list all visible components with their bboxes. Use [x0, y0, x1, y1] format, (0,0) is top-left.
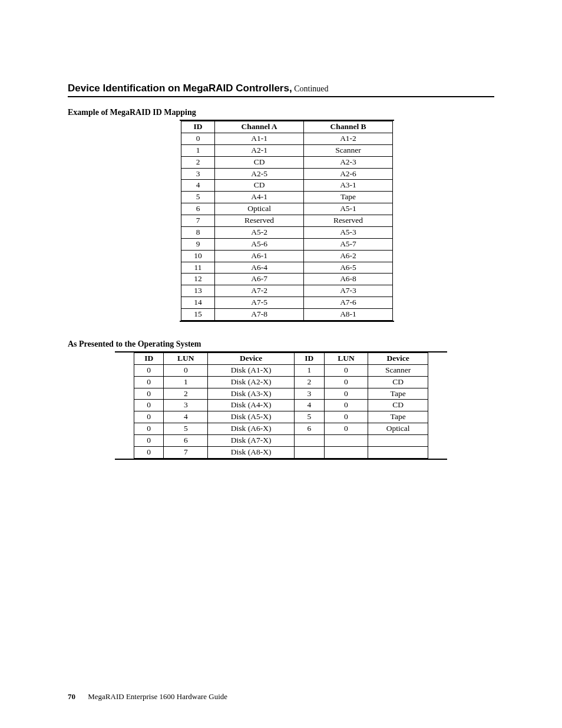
cell-id-l: 0: [134, 423, 164, 435]
cell-ch-a: A4-1: [215, 192, 304, 203]
cell-dev-r: [368, 435, 428, 447]
cell-dev-l: Disk (A1-X): [208, 364, 295, 376]
cell-lun-l: 2: [164, 388, 208, 400]
col-channel-a: Channel A: [215, 121, 304, 133]
cell-dev-l: Disk (A5-X): [208, 411, 295, 423]
cell-ch-b: A5-1: [304, 203, 393, 215]
cell-ch-b: A5-7: [304, 238, 393, 250]
table2-wrap: ID LUN Device ID LUN Device 00Disk (A1-X…: [115, 351, 447, 460]
cell-ch-b: A3-1: [304, 180, 393, 192]
cell-lun-r: 0: [324, 400, 368, 411]
cell-lun-l: 6: [164, 435, 208, 447]
cell-dev-r: Scanner: [368, 364, 428, 376]
cell-ch-a: A1-1: [215, 133, 304, 144]
cell-ch-a: CD: [215, 180, 304, 192]
cell-id-l: 0: [134, 400, 164, 411]
table-row: 14A7-5A7-6: [181, 297, 393, 309]
cell-dev-l: Disk (A2-X): [208, 376, 295, 388]
table-row: 03Disk (A4-X)40CD: [134, 400, 428, 411]
table-row: 4CDA3-1: [181, 180, 393, 192]
cell-dev-r: [368, 446, 428, 458]
cell-id-r: 1: [295, 364, 324, 376]
cell-ch-a: A7-2: [215, 285, 304, 297]
cell-ch-b: Scanner: [304, 144, 393, 156]
table-row: 12A6-7A6-8: [181, 274, 393, 285]
cell-lun-l: 0: [164, 364, 208, 376]
cell-lun-l: 1: [164, 376, 208, 388]
table-row: 8A5-2A5-3: [181, 226, 393, 238]
cell-id-l: 0: [134, 376, 164, 388]
cell-id-r: 2: [295, 376, 324, 388]
page-footer: 70 MegaRAID Enterprise 1600 Hardware Gui…: [68, 692, 227, 701]
table-row: 3A2-5A2-6: [181, 168, 393, 180]
cell-id-r: 3: [295, 388, 324, 400]
cell-id-r: [295, 446, 324, 458]
cell-id-r: 4: [295, 400, 324, 411]
col-id-r: ID: [295, 353, 324, 364]
table-row: 13A7-2A7-3: [181, 285, 393, 297]
cell-lun-r: 0: [324, 388, 368, 400]
cell-ch-a: A7-5: [215, 297, 304, 309]
os-view-table: ID LUN Device ID LUN Device 00Disk (A1-X…: [134, 353, 428, 459]
table-row: 00Disk (A1-X)10Scanner: [134, 364, 428, 376]
title-continued: Continued: [292, 84, 329, 93]
table-row: 01Disk (A2-X)20CD: [134, 376, 428, 388]
cell-ch-a: A6-4: [215, 262, 304, 274]
cell-ch-a: A2-1: [215, 144, 304, 156]
cell-ch-b: A6-8: [304, 274, 393, 285]
cell-lun-r: 0: [324, 364, 368, 376]
cell-lun-r: 0: [324, 376, 368, 388]
title-rule: [68, 96, 494, 97]
table-row: 5A4-1Tape: [181, 192, 393, 203]
table-row: 04Disk (A5-X)50Tape: [134, 411, 428, 423]
cell-id: 1: [181, 144, 215, 156]
col-lun-l: LUN: [164, 353, 208, 364]
title-main: Device Identification on MegaRAID Contro…: [68, 83, 292, 94]
cell-ch-a: A6-7: [215, 274, 304, 285]
cell-ch-b: Reserved: [304, 215, 393, 227]
cell-lun-r: 0: [324, 423, 368, 435]
cell-dev-r: Tape: [368, 388, 428, 400]
col-device-r: Device: [368, 353, 428, 364]
cell-ch-b: A2-3: [304, 156, 393, 168]
table-row: 15A7-8A8-1: [181, 309, 393, 321]
table-row: 2CDA2-3: [181, 156, 393, 168]
cell-lun-l: 3: [164, 400, 208, 411]
table-row: 10A6-1A6-2: [181, 250, 393, 262]
cell-id: 9: [181, 238, 215, 250]
cell-ch-b: Tape: [304, 192, 393, 203]
cell-ch-a: A7-8: [215, 309, 304, 321]
table-row: 0A1-1A1-2: [181, 133, 393, 144]
cell-id: 14: [181, 297, 215, 309]
cell-ch-b: A6-5: [304, 262, 393, 274]
cell-id: 2: [181, 156, 215, 168]
cell-lun-l: 5: [164, 423, 208, 435]
section-os-view: As Presented to the Operating System ID …: [68, 340, 494, 460]
cell-id: 10: [181, 250, 215, 262]
table-header-row: ID LUN Device ID LUN Device: [134, 353, 428, 364]
cell-dev-l: Disk (A4-X): [208, 400, 295, 411]
cell-id-r: [295, 435, 324, 447]
cell-ch-a: Optical: [215, 203, 304, 215]
table-row: 05Disk (A6-X)60Optical: [134, 423, 428, 435]
cell-ch-b: A6-2: [304, 250, 393, 262]
cell-dev-r: CD: [368, 376, 428, 388]
cell-ch-a: A5-6: [215, 238, 304, 250]
cell-id: 8: [181, 226, 215, 238]
col-id-l: ID: [134, 353, 164, 364]
table1-wrap: ID Channel A Channel B 0A1-1A1-21A2-1Sca…: [180, 120, 394, 322]
table-row: 02Disk (A3-X)30Tape: [134, 388, 428, 400]
cell-dev-r: CD: [368, 400, 428, 411]
cell-ch-a: CD: [215, 156, 304, 168]
cell-ch-b: A5-3: [304, 226, 393, 238]
cell-id: 15: [181, 309, 215, 321]
cell-ch-b: A1-2: [304, 133, 393, 144]
cell-dev-l: Disk (A8-X): [208, 446, 295, 458]
cell-id: 4: [181, 180, 215, 192]
cell-lun-l: 7: [164, 446, 208, 458]
cell-dev-r: Tape: [368, 411, 428, 423]
section2-heading: As Presented to the Operating System: [68, 340, 494, 349]
cell-ch-a: A6-1: [215, 250, 304, 262]
table-header-row: ID Channel A Channel B: [181, 121, 393, 133]
col-channel-b: Channel B: [304, 121, 393, 133]
